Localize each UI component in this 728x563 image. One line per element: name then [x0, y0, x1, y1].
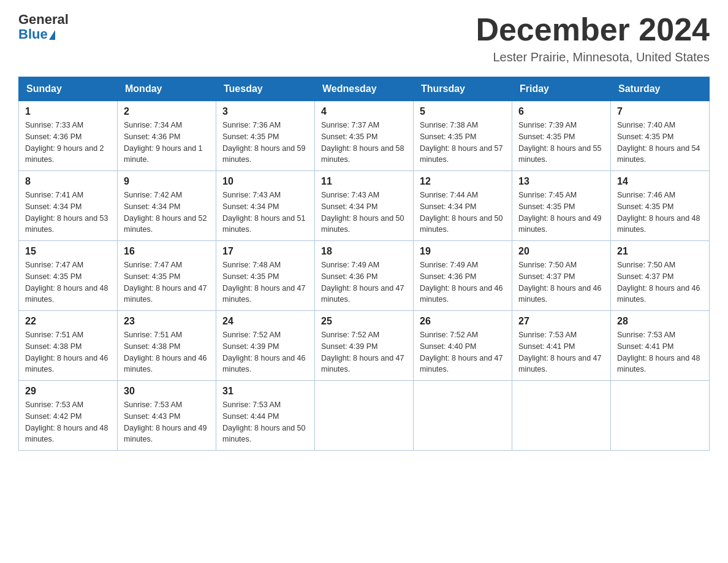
day-number: 19	[420, 246, 506, 257]
calendar-week-row: 22Sunrise: 7:51 AMSunset: 4:38 PMDayligh…	[19, 311, 710, 381]
calendar-cell: 8Sunrise: 7:41 AMSunset: 4:34 PMDaylight…	[19, 171, 118, 241]
calendar-cell	[512, 381, 611, 451]
header-thursday: Thursday	[414, 77, 512, 101]
day-number: 17	[222, 246, 308, 257]
day-number: 28	[617, 316, 703, 327]
calendar-cell: 13Sunrise: 7:45 AMSunset: 4:35 PMDayligh…	[512, 171, 611, 241]
day-number: 27	[518, 316, 604, 327]
calendar-cell: 9Sunrise: 7:42 AMSunset: 4:34 PMDaylight…	[118, 171, 216, 241]
day-number: 15	[25, 246, 111, 257]
calendar-cell	[414, 381, 512, 451]
logo-blue: Blue	[18, 27, 48, 42]
day-number: 18	[321, 246, 407, 257]
day-info: Sunrise: 7:50 AMSunset: 4:37 PMDaylight:…	[617, 259, 703, 305]
day-info: Sunrise: 7:40 AMSunset: 4:35 PMDaylight:…	[617, 120, 703, 166]
day-info: Sunrise: 7:39 AMSunset: 4:35 PMDaylight:…	[518, 120, 604, 166]
day-number: 2	[124, 106, 210, 117]
calendar-cell: 4Sunrise: 7:37 AMSunset: 4:35 PMDaylight…	[315, 101, 414, 171]
calendar-cell: 1Sunrise: 7:33 AMSunset: 4:36 PMDaylight…	[19, 101, 118, 171]
calendar-cell: 15Sunrise: 7:47 AMSunset: 4:35 PMDayligh…	[19, 241, 118, 311]
day-info: Sunrise: 7:45 AMSunset: 4:35 PMDaylight:…	[518, 190, 604, 236]
day-info: Sunrise: 7:52 AMSunset: 4:40 PMDaylight:…	[420, 329, 506, 375]
day-number: 8	[25, 176, 111, 187]
day-info: Sunrise: 7:38 AMSunset: 4:35 PMDaylight:…	[420, 120, 506, 166]
day-number: 11	[321, 176, 407, 187]
calendar-week-row: 8Sunrise: 7:41 AMSunset: 4:34 PMDaylight…	[19, 171, 710, 241]
calendar-cell: 3Sunrise: 7:36 AMSunset: 4:35 PMDaylight…	[216, 101, 315, 171]
calendar-cell: 6Sunrise: 7:39 AMSunset: 4:35 PMDaylight…	[512, 101, 611, 171]
day-info: Sunrise: 7:52 AMSunset: 4:39 PMDaylight:…	[222, 329, 308, 375]
calendar-cell: 26Sunrise: 7:52 AMSunset: 4:40 PMDayligh…	[414, 311, 512, 381]
month-title: December 2024	[476, 12, 710, 47]
location: Lester Prairie, Minnesota, United States	[476, 50, 710, 64]
calendar-cell: 16Sunrise: 7:47 AMSunset: 4:35 PMDayligh…	[118, 241, 216, 311]
header-sunday: Sunday	[19, 77, 118, 101]
day-number: 25	[321, 316, 407, 327]
calendar-cell: 22Sunrise: 7:51 AMSunset: 4:38 PMDayligh…	[19, 311, 118, 381]
day-number: 22	[25, 316, 111, 327]
day-info: Sunrise: 7:52 AMSunset: 4:39 PMDaylight:…	[321, 329, 407, 375]
page-header: General Blue December 2024 Lester Prairi…	[18, 12, 710, 64]
calendar-cell: 28Sunrise: 7:53 AMSunset: 4:41 PMDayligh…	[611, 311, 710, 381]
calendar-cell: 25Sunrise: 7:52 AMSunset: 4:39 PMDayligh…	[315, 311, 414, 381]
calendar-table: SundayMondayTuesdayWednesdayThursdayFrid…	[18, 77, 710, 451]
day-info: Sunrise: 7:53 AMSunset: 4:44 PMDaylight:…	[222, 399, 308, 445]
calendar-cell: 20Sunrise: 7:50 AMSunset: 4:37 PMDayligh…	[512, 241, 611, 311]
day-number: 9	[124, 176, 210, 187]
day-number: 29	[25, 386, 111, 397]
day-info: Sunrise: 7:47 AMSunset: 4:35 PMDaylight:…	[25, 259, 111, 305]
day-number: 12	[420, 176, 506, 187]
calendar-cell: 2Sunrise: 7:34 AMSunset: 4:36 PMDaylight…	[118, 101, 216, 171]
day-number: 23	[124, 316, 210, 327]
calendar-cell: 18Sunrise: 7:49 AMSunset: 4:36 PMDayligh…	[315, 241, 414, 311]
calendar-cell: 29Sunrise: 7:53 AMSunset: 4:42 PMDayligh…	[19, 381, 118, 451]
calendar-cell	[611, 381, 710, 451]
calendar-cell: 30Sunrise: 7:53 AMSunset: 4:43 PMDayligh…	[118, 381, 216, 451]
day-number: 4	[321, 106, 407, 117]
day-info: Sunrise: 7:46 AMSunset: 4:35 PMDaylight:…	[617, 190, 703, 236]
day-info: Sunrise: 7:34 AMSunset: 4:36 PMDaylight:…	[124, 120, 210, 166]
day-info: Sunrise: 7:33 AMSunset: 4:36 PMDaylight:…	[25, 120, 111, 166]
header-wednesday: Wednesday	[315, 77, 414, 101]
header-friday: Friday	[512, 77, 611, 101]
logo[interactable]: General Blue	[18, 12, 69, 42]
calendar-week-row: 29Sunrise: 7:53 AMSunset: 4:42 PMDayligh…	[19, 381, 710, 451]
logo-triangle	[49, 30, 55, 40]
day-number: 1	[25, 106, 111, 117]
logo-general: General	[18, 12, 69, 27]
day-info: Sunrise: 7:36 AMSunset: 4:35 PMDaylight:…	[222, 120, 308, 166]
calendar-header-row: SundayMondayTuesdayWednesdayThursdayFrid…	[19, 77, 710, 101]
title-section: December 2024 Lester Prairie, Minnesota,…	[476, 12, 710, 64]
day-number: 20	[518, 246, 604, 257]
day-info: Sunrise: 7:41 AMSunset: 4:34 PMDaylight:…	[25, 190, 111, 236]
calendar-week-row: 1Sunrise: 7:33 AMSunset: 4:36 PMDaylight…	[19, 101, 710, 171]
calendar-cell: 11Sunrise: 7:43 AMSunset: 4:34 PMDayligh…	[315, 171, 414, 241]
day-info: Sunrise: 7:53 AMSunset: 4:41 PMDaylight:…	[617, 329, 703, 375]
calendar-cell: 23Sunrise: 7:51 AMSunset: 4:38 PMDayligh…	[118, 311, 216, 381]
day-number: 24	[222, 316, 308, 327]
day-number: 16	[124, 246, 210, 257]
day-info: Sunrise: 7:50 AMSunset: 4:37 PMDaylight:…	[518, 259, 604, 305]
day-number: 31	[222, 386, 308, 397]
day-info: Sunrise: 7:51 AMSunset: 4:38 PMDaylight:…	[124, 329, 210, 375]
day-number: 5	[420, 106, 506, 117]
day-info: Sunrise: 7:48 AMSunset: 4:35 PMDaylight:…	[222, 259, 308, 305]
day-number: 3	[222, 106, 308, 117]
calendar-week-row: 15Sunrise: 7:47 AMSunset: 4:35 PMDayligh…	[19, 241, 710, 311]
day-number: 13	[518, 176, 604, 187]
day-info: Sunrise: 7:49 AMSunset: 4:36 PMDaylight:…	[420, 259, 506, 305]
day-number: 14	[617, 176, 703, 187]
calendar-cell: 31Sunrise: 7:53 AMSunset: 4:44 PMDayligh…	[216, 381, 315, 451]
day-info: Sunrise: 7:53 AMSunset: 4:43 PMDaylight:…	[124, 399, 210, 445]
calendar-cell	[315, 381, 414, 451]
day-info: Sunrise: 7:43 AMSunset: 4:34 PMDaylight:…	[321, 190, 407, 236]
header-saturday: Saturday	[611, 77, 710, 101]
day-info: Sunrise: 7:44 AMSunset: 4:34 PMDaylight:…	[420, 190, 506, 236]
day-number: 30	[124, 386, 210, 397]
calendar-cell: 7Sunrise: 7:40 AMSunset: 4:35 PMDaylight…	[611, 101, 710, 171]
day-number: 26	[420, 316, 506, 327]
calendar-cell: 5Sunrise: 7:38 AMSunset: 4:35 PMDaylight…	[414, 101, 512, 171]
calendar-cell: 24Sunrise: 7:52 AMSunset: 4:39 PMDayligh…	[216, 311, 315, 381]
day-number: 6	[518, 106, 604, 117]
header-tuesday: Tuesday	[216, 77, 315, 101]
